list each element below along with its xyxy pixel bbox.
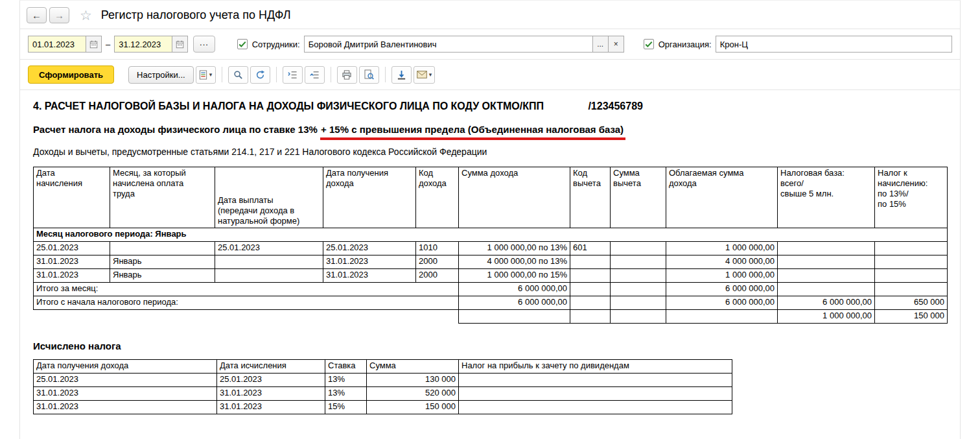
table-cell: 25.01.2023 <box>215 242 323 255</box>
employees-checkbox[interactable] <box>237 39 248 49</box>
employees-input[interactable] <box>304 36 593 53</box>
table-cell <box>459 387 732 401</box>
table-cell <box>570 283 611 296</box>
forward-button[interactable]: → <box>49 7 69 23</box>
back-button[interactable]: ← <box>27 7 47 23</box>
table-cell <box>611 255 666 269</box>
collapse-groups-button[interactable] <box>305 66 325 84</box>
column-header: Ставка <box>325 360 367 374</box>
table-cell <box>34 310 459 324</box>
table-row: 31.01.2023Январь31.01.202320001 000 000,… <box>34 269 948 283</box>
table-cell <box>570 255 611 269</box>
table-cell: 2000 <box>416 255 459 269</box>
print-preview-icon <box>364 69 374 80</box>
table-cell: 31.01.2023 <box>323 255 416 269</box>
column-header: Дата выплаты (передачи дохода в натураль… <box>215 167 323 228</box>
employees-clear-button[interactable]: × <box>608 36 624 53</box>
table-cell: 6 000 000,00 <box>459 296 570 310</box>
table-cell <box>875 242 948 255</box>
report-heading: 4. РАСЧЕТ НАЛОГОВОЙ БАЗЫ И НАЛОГА НА ДОХ… <box>33 101 544 112</box>
find-button[interactable] <box>228 66 248 84</box>
settings-button[interactable]: Настройки... <box>128 66 194 84</box>
table-cell <box>459 310 570 324</box>
table-row: 25.01.202325.01.202313%130 000 <box>34 374 732 387</box>
table-cell <box>611 296 666 310</box>
toolbar: Сформировать Настройки... ▾ <box>20 60 960 90</box>
table-cell: 31.01.2023 <box>323 269 416 283</box>
table-header-row: Дата получения доходаДата исчисленияСтав… <box>34 360 732 374</box>
table-cell <box>570 310 611 324</box>
table-row: 1 000 000,00150 000 <box>34 310 948 324</box>
table-cell: 6 000 000,00 <box>459 283 570 296</box>
table-cell: 1 000 000,00 по 13% <box>459 242 570 255</box>
organization-input[interactable] <box>716 36 952 53</box>
favorite-star-icon[interactable]: ☆ <box>80 8 92 23</box>
table-cell <box>778 242 875 255</box>
table-cell <box>611 283 666 296</box>
table-row: Итого за месяц:6 000 000,006 000 000,00 <box>34 283 948 296</box>
table-row: Месяц налогового периода: Январь <box>34 228 948 242</box>
table-cell: Январь <box>110 255 215 269</box>
table-cell: 6 000 000,00 <box>666 283 778 296</box>
table-cell: 25.01.2023 <box>34 242 110 255</box>
date-from-input[interactable] <box>28 36 86 53</box>
print-preview-button[interactable] <box>359 66 379 84</box>
report-variant-icon <box>199 70 207 80</box>
table-cell <box>611 269 666 283</box>
table-cell <box>666 310 778 324</box>
table-cell <box>778 255 875 269</box>
table-cell: Месяц налогового периода: Январь <box>34 228 948 242</box>
table-cell: 25.01.2023 <box>217 374 325 387</box>
table-cell: 25.01.2023 <box>323 242 416 255</box>
tax-base-table: Дата начисленияМесяц, за который начисле… <box>33 167 948 324</box>
send-email-button[interactable]: ▾ <box>414 66 436 84</box>
expand-groups-icon <box>288 70 298 80</box>
table-cell: 31.01.2023 <box>217 401 325 414</box>
table-cell: 13% <box>325 374 367 387</box>
date-to-calendar-button[interactable] <box>172 36 188 53</box>
toolbar-separator <box>276 67 277 82</box>
table-cell: 1 000 000,00 по 15% <box>459 269 570 283</box>
table-cell: 4 000 000,00 <box>666 255 778 269</box>
printer-icon <box>342 70 352 80</box>
toolbar-separator <box>331 67 331 82</box>
generate-button[interactable]: Сформировать <box>28 65 114 84</box>
date-to-group <box>114 36 188 53</box>
table-cell <box>215 255 323 269</box>
column-header: Месяц, за который начислена оплата труда <box>110 167 215 228</box>
date-to-input[interactable] <box>114 36 172 53</box>
report-heading-row: 4. РАСЧЕТ НАЛОГОВОЙ БАЗЫ И НАЛОГА НА ДОХ… <box>33 101 952 112</box>
report-area: 4. РАСЧЕТ НАЛОГОВОЙ БАЗЫ И НАЛОГА НА ДОХ… <box>20 90 960 430</box>
page-title: Регистр налогового учета по НДФЛ <box>101 8 291 22</box>
expand-groups-button[interactable] <box>283 66 303 84</box>
refresh-icon <box>255 70 265 80</box>
table-cell <box>570 296 611 310</box>
column-header: Код вычета <box>570 167 611 228</box>
column-header: Дата получения дохода <box>34 360 217 374</box>
table-cell <box>459 401 732 414</box>
table-cell: 150 000 <box>875 310 948 324</box>
report-variants-button[interactable]: ▾ <box>196 66 216 84</box>
table-cell: 650 000 <box>875 296 948 310</box>
oktmo-kpp-code: /123456789 <box>588 101 643 112</box>
table-cell: 25.01.2023 <box>34 374 217 387</box>
save-file-button[interactable] <box>391 66 412 84</box>
employees-select-button[interactable]: ... <box>592 36 609 53</box>
date-from-calendar-button[interactable] <box>86 36 102 53</box>
table-cell: 6 000 000,00 <box>778 296 875 310</box>
print-button[interactable] <box>337 66 357 84</box>
period-select-button[interactable]: ... <box>193 36 215 53</box>
table-row: 25.01.202325.01.202325.01.202310101 000 … <box>34 242 948 255</box>
table-row: 31.01.202331.01.202313%520 000 <box>34 387 732 401</box>
column-header: Налог к начислению: по 13%/ по 15% <box>875 167 948 228</box>
toolbar-separator <box>222 67 222 82</box>
table-cell <box>215 269 323 283</box>
refresh-button[interactable] <box>250 66 270 84</box>
date-from-group <box>28 36 102 53</box>
table-cell: Итого с начала налогового периода: <box>34 296 459 310</box>
organization-checkbox[interactable] <box>644 39 654 49</box>
calendar-icon <box>89 40 98 49</box>
checkmark-icon <box>239 41 246 48</box>
table-cell <box>459 374 732 387</box>
table-cell <box>611 310 666 324</box>
